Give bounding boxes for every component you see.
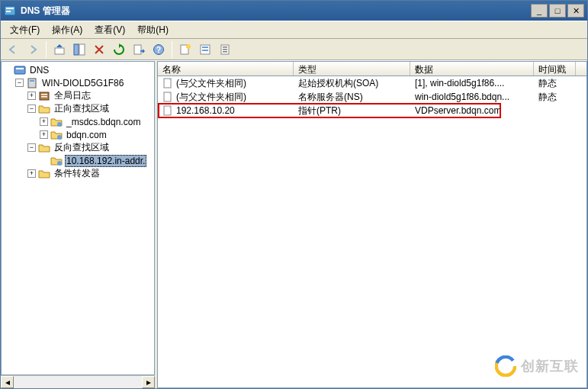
watermark: 创新互联 (495, 355, 579, 377)
cell-data: VDPserver.bdqn.com (410, 105, 534, 116)
table-row[interactable]: (与父文件夹相同)起始授权机构(SOA)[1], win-diold5g1f86… (158, 76, 586, 90)
tree-cond-forwarders[interactable]: + 条件转发器 (27, 167, 154, 180)
menu-action[interactable]: 操作(A) (46, 21, 88, 39)
collapse-icon[interactable]: − (27, 143, 36, 152)
tree-rev-child[interactable]: 10.168.192.in-addr. (40, 154, 154, 167)
tree-label: 条件转发器 (53, 167, 101, 180)
zone-icon (50, 155, 63, 167)
help-button[interactable]: ? (149, 40, 168, 59)
col-name[interactable]: 名称 (158, 62, 294, 76)
svg-point-26 (57, 135, 62, 140)
filter-button[interactable] (196, 40, 214, 59)
menu-file[interactable]: 文件(F) (4, 21, 46, 39)
menu-bar: 文件(F) 操作(A) 查看(V) 帮助(H) (1, 21, 587, 39)
new-record-button[interactable] (176, 40, 194, 59)
tree-label: 反向查找区域 (53, 141, 111, 154)
tree-fwd-a[interactable]: + _msdcs.bdqn.com (40, 115, 154, 128)
list-header: 名称 类型 数据 时间戳 (157, 61, 587, 76)
client-area: DNS − WIN-DIOLD5G1F86 (1, 60, 587, 388)
expand-icon[interactable]: + (40, 130, 48, 139)
toolbar-separator-2 (172, 41, 172, 58)
close-button[interactable]: ✕ (567, 4, 584, 18)
watermark-icon (495, 355, 516, 377)
svg-rect-20 (28, 79, 36, 88)
dns-icon (14, 64, 26, 76)
menu-help[interactable]: 帮助(H) (131, 21, 175, 39)
up-button[interactable] (50, 40, 69, 59)
tree-reverse-zone[interactable]: − 反向查找区域 (27, 141, 154, 154)
window-title: DNS 管理器 (21, 5, 531, 18)
col-data[interactable]: 数据 (410, 62, 534, 76)
record-icon (162, 92, 173, 102)
svg-rect-2 (6, 11, 11, 12)
folder-icon (38, 142, 50, 154)
expand-icon[interactable]: + (27, 92, 36, 100)
back-button[interactable] (4, 40, 22, 59)
tree-fwd-b[interactable]: + bdqn.com (40, 128, 154, 141)
list-body[interactable]: (与父文件夹相同)起始授权机构(SOA)[1], win-diold5g1f86… (157, 76, 587, 388)
tree-label: _msdcs.bdqn.com (65, 117, 142, 127)
app-window: DNS 管理器 _ □ ✕ 文件(F) 操作(A) 查看(V) 帮助(H) ? (0, 0, 588, 389)
menu-view[interactable]: 查看(V) (88, 21, 131, 39)
svg-rect-16 (223, 49, 227, 50)
scroll-track[interactable] (14, 376, 142, 388)
record-icon (162, 105, 173, 116)
watermark-text: 创新互联 (521, 357, 579, 375)
tree-global-log[interactable]: + 全局日志 (27, 89, 154, 102)
tree-label: DNS (28, 65, 50, 76)
svg-point-10 (186, 44, 191, 49)
col-ts[interactable]: 时间戳 (534, 62, 576, 76)
tree-server[interactable]: − WIN-DIOLD5G1F86 (15, 76, 154, 89)
title-bar: DNS 管理器 _ □ ✕ (1, 1, 587, 21)
cell-type: 指针(PTR) (294, 104, 410, 117)
tree-panel: DNS − WIN-DIOLD5G1F86 (1, 61, 157, 388)
refresh-button[interactable] (110, 40, 128, 59)
cell-data: [1], win-diold5g1f86.... (410, 78, 534, 88)
tree-view[interactable]: DNS − WIN-DIOLD5G1F86 (1, 61, 155, 375)
collapse-icon[interactable]: − (15, 79, 24, 87)
list-panel: 名称 类型 数据 时间戳 (与父文件夹相同)起始授权机构(SOA)[1], wi… (157, 61, 587, 388)
svg-rect-4 (74, 44, 79, 55)
svg-text:?: ? (156, 46, 161, 54)
forward-button[interactable] (24, 40, 42, 59)
tree-root-dns[interactable]: DNS (3, 63, 154, 76)
minimize-button[interactable]: _ (531, 4, 548, 18)
svg-point-25 (57, 122, 62, 127)
col-type[interactable]: 类型 (294, 62, 410, 76)
properties-button[interactable] (216, 40, 234, 59)
expand-icon[interactable]: + (27, 169, 36, 178)
collapse-icon[interactable]: − (27, 104, 36, 113)
cell-name: 192.168.10.20 (176, 105, 235, 116)
window-buttons: _ □ ✕ (531, 4, 584, 18)
delete-button[interactable] (90, 40, 108, 59)
table-row[interactable]: (与父文件夹相同)名称服务器(NS)win-diold5g1f86.bdqn..… (158, 90, 586, 104)
scroll-left-icon[interactable]: ◂ (1, 376, 14, 388)
record-icon (162, 78, 173, 88)
svg-rect-17 (223, 51, 227, 53)
export-button[interactable] (130, 40, 148, 59)
cell-ts: 静态 (534, 77, 576, 90)
app-icon (4, 5, 16, 17)
toolbar: ? (1, 39, 587, 60)
svg-rect-21 (30, 80, 34, 82)
svg-rect-15 (223, 47, 227, 48)
cell-type: 名称服务器(NS) (294, 91, 410, 104)
tree-label: 10.168.192.in-addr. (65, 155, 146, 167)
svg-rect-5 (79, 44, 85, 55)
show-hide-tree-button[interactable] (70, 40, 88, 59)
zone-icon (50, 129, 63, 141)
svg-rect-6 (134, 45, 141, 54)
cell-data: win-diold5g1f86.bdqn... (410, 92, 534, 102)
tree-forward-zone[interactable]: − 正向查找区域 (27, 102, 154, 115)
table-row[interactable]: 192.168.10.20指针(PTR)VDPserver.bdqn.com (158, 104, 586, 117)
expand-icon[interactable]: + (40, 117, 48, 126)
maximize-button[interactable]: □ (549, 4, 566, 18)
tree-hscrollbar[interactable]: ◂ ▸ (1, 375, 155, 388)
cell-type: 起始授权机构(SOA) (294, 77, 410, 90)
svg-rect-12 (202, 47, 208, 48)
log-icon (38, 90, 50, 102)
svg-rect-19 (16, 68, 24, 69)
scroll-right-icon[interactable]: ▸ (142, 376, 155, 388)
toolbar-separator (46, 41, 47, 58)
zone-icon (50, 116, 63, 128)
